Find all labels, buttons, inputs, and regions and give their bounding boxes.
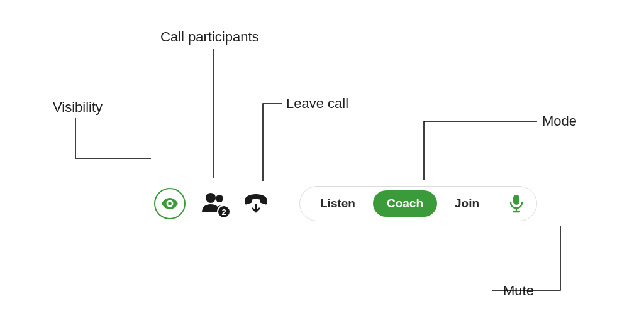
mode-join[interactable]: Join — [441, 190, 493, 217]
mute-button[interactable] — [508, 194, 525, 214]
mode-selector: Listen Coach Join — [299, 186, 537, 221]
svg-point-1 — [168, 202, 172, 205]
visibility-button[interactable] — [154, 188, 186, 219]
participants-button[interactable]: 2 — [201, 191, 228, 216]
toolbar-separator — [284, 192, 284, 215]
svg-rect-5 — [513, 195, 519, 205]
eye-icon — [162, 198, 178, 209]
call-toolbar: 2 Listen Coach Join — [154, 186, 537, 221]
hangup-icon — [243, 193, 269, 214]
leave-call-button[interactable] — [243, 191, 269, 216]
participants-count-badge: 2 — [217, 205, 231, 219]
mode-listen[interactable]: Listen — [306, 190, 369, 217]
mode-coach[interactable]: Coach — [373, 190, 437, 217]
microphone-icon — [509, 194, 523, 213]
svg-point-3 — [216, 195, 223, 202]
svg-point-2 — [206, 193, 216, 203]
